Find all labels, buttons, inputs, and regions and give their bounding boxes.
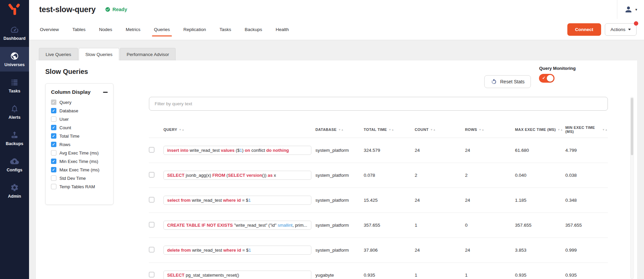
checkbox-user[interactable] xyxy=(51,116,56,122)
row-checkbox-cell xyxy=(149,172,163,178)
cell-database: system_platform xyxy=(315,148,364,153)
cell-count: 24 xyxy=(415,148,465,153)
sidebar-item-dashboard[interactable]: Dashboard xyxy=(0,21,29,45)
checkbox-min-exec-time-ms[interactable] xyxy=(51,159,56,164)
tab-tables[interactable]: Tables xyxy=(66,19,92,40)
topbar: test-slow-query Ready ▾ xyxy=(29,0,644,19)
checkbox-count[interactable] xyxy=(51,125,56,130)
sql-keyword: SELECT xyxy=(167,273,184,278)
checkbox-label: Std Dev Time xyxy=(59,176,86,181)
query-text[interactable]: insert into write_read_test values ($1) … xyxy=(163,146,311,155)
subtab-performance-advisor[interactable]: Performance Advisor xyxy=(120,48,176,60)
collapse-icon[interactable] xyxy=(103,92,108,93)
tab-overview[interactable]: Overview xyxy=(33,19,66,40)
column-header-database[interactable]: DATABASE▼▲ xyxy=(315,128,364,132)
cell-min-exec-time: 0.038 xyxy=(565,173,608,178)
row-checkbox[interactable] xyxy=(149,147,154,152)
checkbox-std-dev-time[interactable] xyxy=(51,175,56,181)
query-text[interactable]: CREATE TABLE IF NOT EXISTS "write_read_t… xyxy=(163,221,311,230)
tab-queries[interactable]: Queries xyxy=(147,19,177,40)
checkbox-total-time[interactable] xyxy=(51,133,56,139)
query-text[interactable]: SELECT jsonb_agg(x) FROM (SELECT version… xyxy=(163,171,311,180)
row-checkbox[interactable] xyxy=(149,222,154,227)
sql-keyword: insert into xyxy=(167,148,188,153)
tab-nodes[interactable]: Nodes xyxy=(92,19,119,40)
page-title: Slow Queries xyxy=(45,68,88,76)
cell-max-exec-time: 3.853 xyxy=(515,248,565,253)
subtab-slow-queries[interactable]: Slow Queries xyxy=(79,48,119,60)
sidebar-item-admin[interactable]: Admin xyxy=(0,178,29,203)
panel-controls: Reset Stats Query Monitoring xyxy=(484,66,576,88)
tab-backups[interactable]: Backups xyxy=(238,19,269,40)
column-header-rows[interactable]: ROWS▼▲ xyxy=(465,128,515,132)
cell-total-time: 15.425 xyxy=(364,198,415,203)
query-text[interactable]: SELECT pg_stat_statements_reset() xyxy=(163,271,311,279)
cell-total-time: 0.078 xyxy=(364,173,415,178)
cell-database: yugabyte xyxy=(315,273,364,278)
sql-keyword: do nothing xyxy=(266,148,289,153)
query-text[interactable]: delete from write_read_test where id = $… xyxy=(163,246,311,255)
cell-max-exec-time: 357.655 xyxy=(515,223,565,228)
table-row: insert into write_read_test values ($1) … xyxy=(149,138,608,163)
tab-health[interactable]: Health xyxy=(269,19,295,40)
sql-keyword: select from xyxy=(167,198,190,203)
sql-text: "write_read_test" ("id" xyxy=(233,223,278,228)
sql-text: x xyxy=(273,173,276,178)
checkbox-label: Avg Exec Time (ms) xyxy=(59,150,99,156)
tab-tasks[interactable]: Tasks xyxy=(213,19,238,40)
sort-icon: ▼▲ xyxy=(179,128,185,131)
column-header-query[interactable]: QUERY▼▲ xyxy=(163,128,315,132)
sql-text: write_read_test xyxy=(188,148,221,153)
checkbox-rows[interactable] xyxy=(51,142,56,147)
sidebar-nav: DashboardUniversesTasksAlertsBackupsConf… xyxy=(0,21,29,203)
query-monitoring-toggle[interactable] xyxy=(539,74,555,83)
checkbox-database[interactable] xyxy=(51,108,56,113)
connect-button[interactable]: Connect xyxy=(567,23,601,36)
checkbox-max-exec-time-ms[interactable] xyxy=(51,167,56,172)
row-checkbox[interactable] xyxy=(149,247,154,252)
checkbox-avg-exec-time-ms[interactable] xyxy=(51,150,56,156)
checkbox-label: Min Exec Time (ms) xyxy=(59,159,98,164)
cell-count: 24 xyxy=(415,248,465,253)
subtab-live-queries[interactable]: Live Queries xyxy=(39,48,78,60)
user-menu[interactable]: ▾ xyxy=(617,0,644,19)
column-header-label: ROWS xyxy=(465,128,477,132)
column-header-min-exec-time-ms[interactable]: MIN EXEC TIME (MS)▼▲ xyxy=(565,125,608,134)
sql-keyword: where id xyxy=(223,198,241,203)
column-display-item: User xyxy=(51,116,108,122)
sidebar-item-universes[interactable]: Universes xyxy=(0,47,29,72)
column-header-count[interactable]: COUNT▼▲ xyxy=(415,128,465,132)
cell-max-exec-time: 0.935 xyxy=(515,273,565,278)
checkbox-temp-tables-ram[interactable] xyxy=(51,184,56,189)
scrollbar-thumb[interactable] xyxy=(631,98,633,155)
reset-stats-button[interactable]: Reset Stats xyxy=(484,75,531,88)
status-label: Ready xyxy=(112,7,127,12)
checkbox-query[interactable] xyxy=(51,100,56,105)
row-checkbox[interactable] xyxy=(149,272,154,277)
row-checkbox[interactable] xyxy=(149,172,154,177)
checkbox-label: Query xyxy=(59,100,71,105)
query-filter-input[interactable] xyxy=(149,97,608,111)
reset-icon xyxy=(491,79,497,85)
yugabyte-logo[interactable] xyxy=(0,0,29,19)
universe-nav-row: OverviewTablesNodesMetricsQueriesReplica… xyxy=(29,19,644,40)
row-checkbox-cell xyxy=(149,197,163,203)
sidebar-item-alerts[interactable]: Alerts xyxy=(0,100,29,124)
main-area: test-slow-query Ready ▾ OverviewTablesNo… xyxy=(29,0,644,279)
column-header-total-time[interactable]: TOTAL TIME▼▲ xyxy=(364,128,415,132)
tab-metrics[interactable]: Metrics xyxy=(119,19,147,40)
column-display-item: Database xyxy=(51,108,108,113)
column-header-max-exec-time-ms[interactable]: MAX EXEC TIME (MS)▼▲ xyxy=(515,128,565,132)
actions-button[interactable]: Actions xyxy=(605,23,637,36)
sidebar-item-configs[interactable]: Configs xyxy=(0,152,29,177)
cell-count: 24 xyxy=(415,198,465,203)
sql-text: ($ xyxy=(234,148,239,153)
column-display-header: Column Display xyxy=(51,89,108,95)
row-checkbox[interactable] xyxy=(149,197,154,202)
sidebar-item-tasks[interactable]: Tasks xyxy=(0,73,29,98)
tab-replication[interactable]: Replication xyxy=(177,19,213,40)
notification-dot xyxy=(634,21,638,26)
query-text[interactable]: select from write_read_test where id = $… xyxy=(163,196,311,205)
sidebar-item-backups[interactable]: Backups xyxy=(0,126,29,150)
cell-max-exec-time: 0.040 xyxy=(515,173,565,178)
